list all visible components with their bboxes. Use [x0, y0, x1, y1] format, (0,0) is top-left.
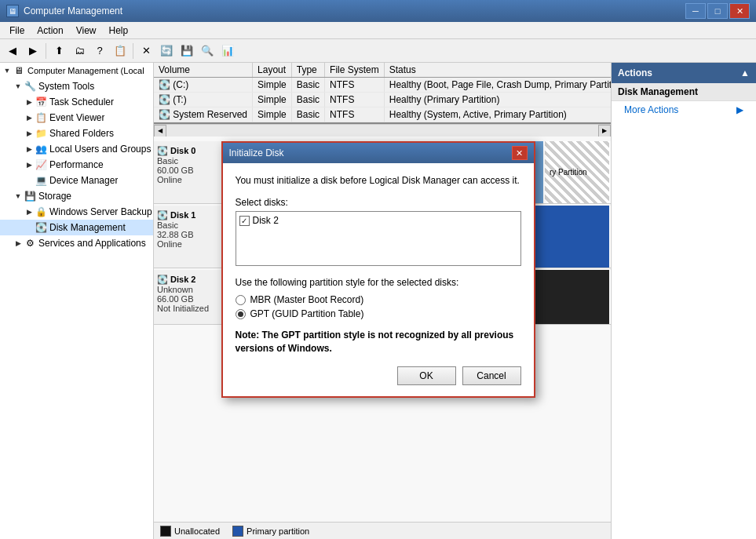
dialog-overlay: Initialize Disk ✕ You must initialize a … [0, 0, 756, 539]
dialog-title-bar: Initialize Disk ✕ [223, 143, 534, 163]
radio-mbr[interactable]: MBR (Master Boot Record) [236, 294, 521, 305]
partition-style-label: Use the following partition style for th… [236, 277, 521, 288]
dialog-note-bold: Note: [236, 330, 260, 341]
radio-gpt[interactable]: GPT (GUID Partition Table) [236, 308, 521, 319]
dialog-note-text: The GPT partition style is not recognize… [236, 330, 514, 354]
dialog-body: You must initialize a disk before Logica… [223, 163, 534, 395]
dialog-note: Note: The GPT partition style is not rec… [236, 329, 521, 355]
mbr-radio-circle[interactable] [236, 295, 246, 305]
mbr-radio-label: MBR (Master Boot Record) [250, 294, 364, 305]
dialog-message: You must initialize a disk before Logica… [236, 174, 521, 188]
disk2-checkbox-label: Disk 2 [253, 215, 279, 226]
dialog-select-label: Select disks: [236, 197, 521, 208]
disk2-checkbox[interactable]: ✓ [239, 216, 250, 226]
gpt-radio-circle[interactable] [236, 309, 246, 319]
initialize-disk-dialog: Initialize Disk ✕ You must initialize a … [221, 141, 535, 397]
gpt-radio-label: GPT (GUID Partition Table) [250, 308, 364, 319]
disk-listbox-item[interactable]: ✓ Disk 2 [239, 213, 517, 228]
disk-listbox[interactable]: ✓ Disk 2 [236, 211, 521, 266]
dialog-close-button[interactable]: ✕ [512, 146, 528, 160]
dialog-ok-button[interactable]: OK [397, 366, 456, 385]
dialog-title: Initialize Disk [229, 147, 284, 158]
radio-group: MBR (Master Boot Record) GPT (GUID Parti… [236, 294, 521, 319]
dialog-cancel-button[interactable]: Cancel [462, 366, 521, 385]
dialog-buttons: OK Cancel [236, 366, 521, 385]
